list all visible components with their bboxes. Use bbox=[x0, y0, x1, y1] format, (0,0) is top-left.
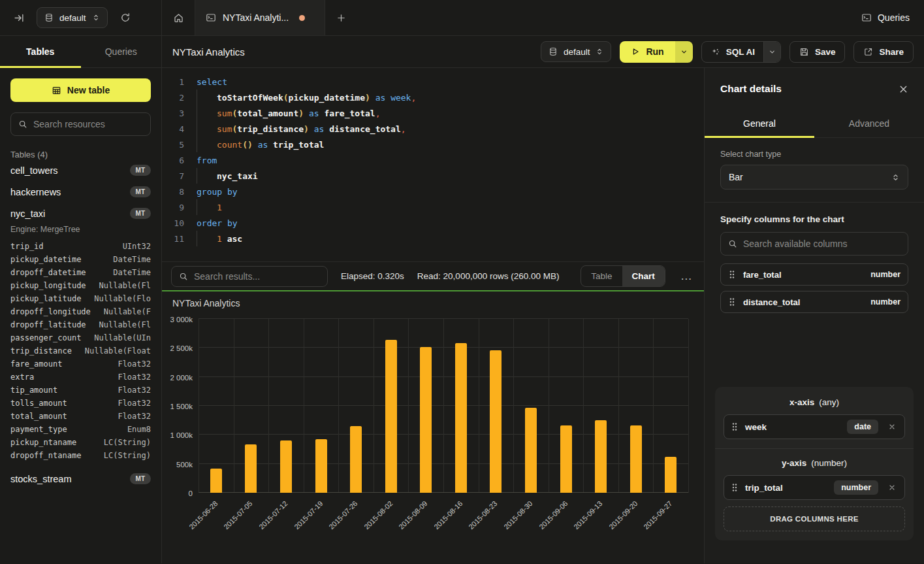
search-resources-input[interactable]: Search resources bbox=[10, 112, 151, 136]
column-type: Enum8 bbox=[127, 425, 151, 434]
sql-ai-label: SQL AI bbox=[726, 47, 755, 57]
elapsed-stat: Elapsed: 0.320s bbox=[341, 271, 404, 281]
sql-editor[interactable]: 1select2toStartOfWeek(pickup_datetime) a… bbox=[162, 68, 704, 261]
drag-handle-icon[interactable] bbox=[728, 270, 736, 279]
close-panel-button[interactable] bbox=[899, 84, 908, 94]
database-icon bbox=[44, 13, 54, 22]
workspace: New table Search resources Tables (4) ce… bbox=[0, 68, 924, 563]
remove-x-axis-column-button[interactable] bbox=[886, 423, 898, 431]
column-type: DateTime bbox=[113, 268, 151, 277]
code-line: 3sum(total_amount) as fare_total, bbox=[162, 105, 704, 121]
resources-sidebar: New table Search resources Tables (4) ce… bbox=[0, 68, 162, 563]
code-line: 111 asc bbox=[162, 231, 704, 246]
toolbar-database-selector[interactable]: default bbox=[541, 41, 612, 62]
axis-mapping-card: x-axis(any) week date y-axis(number) tri bbox=[715, 387, 914, 540]
database-icon bbox=[549, 47, 558, 56]
save-button[interactable]: Save bbox=[789, 41, 846, 63]
chart-title: NYTaxi Analytics bbox=[172, 298, 240, 308]
refresh-button[interactable] bbox=[116, 8, 135, 27]
column-name: pickup_longitude bbox=[10, 281, 86, 290]
available-column-type: number bbox=[870, 270, 900, 279]
view-toggle-table[interactable]: Table bbox=[581, 266, 622, 286]
column-type: Nullable(UIn bbox=[94, 333, 151, 342]
tab-advanced[interactable]: Advanced bbox=[814, 110, 924, 137]
sidebar-tab-queries[interactable]: Queries bbox=[81, 36, 162, 67]
run-options-button[interactable] bbox=[675, 41, 693, 63]
search-columns-input[interactable]: Search available columns bbox=[720, 232, 908, 256]
bar-2015-08-16 bbox=[455, 343, 467, 493]
y-axis-column-chip[interactable]: trip_total number bbox=[724, 475, 905, 500]
columns-section-label: Specify columns for the chart bbox=[720, 214, 908, 224]
tab-nytaxi-analytics[interactable]: NYTaxi Analyti... bbox=[195, 0, 325, 35]
indent-guide bbox=[197, 231, 217, 246]
table-row[interactable]: nyc_taxiMT bbox=[10, 203, 151, 224]
view-toggle-chart[interactable]: Chart bbox=[622, 266, 665, 286]
column-type: Float32 bbox=[118, 386, 151, 395]
indent-guide bbox=[197, 121, 217, 137]
code-token: trip_distance bbox=[237, 124, 304, 134]
y-axis-tick-label: 1 000k bbox=[153, 431, 193, 439]
column-name: dropoff_longitude bbox=[10, 307, 91, 316]
drag-columns-dropzone[interactable]: DRAG COLUMNS HERE bbox=[724, 506, 905, 531]
code-token: nyc_taxi bbox=[217, 171, 258, 181]
code-token: as bbox=[309, 108, 319, 118]
table-row[interactable]: cell_towersMT bbox=[10, 159, 151, 181]
table-column-row: tip_amountFloat32 bbox=[10, 384, 151, 397]
new-table-button[interactable]: New table bbox=[10, 78, 151, 102]
home-tab-button[interactable] bbox=[162, 0, 195, 35]
line-number: 1 bbox=[168, 77, 184, 87]
code-token bbox=[304, 108, 309, 118]
drag-handle-icon[interactable] bbox=[728, 297, 736, 307]
remove-y-axis-column-button[interactable] bbox=[886, 484, 898, 491]
gridline-vertical bbox=[199, 319, 199, 493]
column-name: pickup_ntaname bbox=[10, 438, 76, 447]
run-label: Run bbox=[646, 46, 663, 57]
indent-guide bbox=[197, 199, 217, 215]
table-row[interactable]: stocks_streamMT bbox=[10, 468, 151, 489]
collapse-sidebar-button[interactable] bbox=[9, 8, 29, 27]
column-name: pickup_latitude bbox=[10, 294, 81, 303]
code-line: 4sum(trip_distance) as distance_total, bbox=[162, 121, 704, 137]
chart-details-tabs: General Advanced bbox=[705, 110, 924, 138]
drag-handle-icon[interactable] bbox=[731, 422, 739, 431]
sql-ai-options-button[interactable] bbox=[763, 42, 780, 62]
code-token: total_amount bbox=[237, 108, 298, 118]
table-column-row: trip_distanceNullable(Float bbox=[10, 344, 151, 357]
tab-general[interactable]: General bbox=[705, 110, 814, 137]
queries-button[interactable]: Queries bbox=[861, 0, 924, 35]
sidebar-tab-tables[interactable]: Tables bbox=[0, 36, 81, 67]
database-selector[interactable]: default bbox=[37, 7, 108, 28]
search-icon bbox=[18, 120, 27, 129]
more-options-button[interactable]: ... bbox=[678, 270, 695, 283]
sql-ai-button[interactable]: SQL AI bbox=[702, 42, 763, 62]
save-label: Save bbox=[815, 47, 836, 57]
chart-type-select[interactable]: Bar bbox=[720, 165, 908, 190]
code-token bbox=[319, 108, 325, 118]
table-row[interactable]: hackernewsMT bbox=[10, 181, 151, 203]
share-button[interactable]: Share bbox=[853, 41, 914, 63]
bar-2015-06-28 bbox=[210, 469, 222, 493]
code-token: fare_total bbox=[324, 108, 375, 118]
run-button[interactable]: Run bbox=[620, 41, 675, 63]
y-axis-tick-label: 2 000k bbox=[153, 374, 193, 382]
available-column-name: fare_total bbox=[743, 270, 782, 280]
code-token: 1 bbox=[217, 203, 222, 212]
bar-2015-09-13 bbox=[595, 420, 607, 493]
available-column-chip[interactable]: fare_totalnumber bbox=[720, 263, 908, 286]
table-column-row: total_amountFloat32 bbox=[10, 410, 151, 423]
x-axis-column-chip[interactable]: week date bbox=[724, 414, 905, 439]
code-token: sum bbox=[217, 124, 232, 134]
play-icon bbox=[631, 47, 640, 56]
table-column-row: pickup_latitudeNullable(Flo bbox=[10, 292, 151, 305]
available-column-chip[interactable]: distance_totalnumber bbox=[720, 291, 908, 313]
search-results-input[interactable]: Search results... bbox=[171, 266, 328, 287]
y-axis-column-type: number bbox=[834, 480, 878, 495]
table-column-row: dropoff_longitudeNullable(F bbox=[10, 305, 151, 318]
drag-handle-icon[interactable] bbox=[731, 483, 739, 492]
new-tab-button[interactable] bbox=[325, 0, 357, 35]
save-icon bbox=[799, 47, 809, 57]
code-token: ( bbox=[232, 108, 237, 118]
line-number: 9 bbox=[168, 203, 184, 212]
bar-chart-plot: 0500k1 000k1 500k2 000k2 500k3 000k2015-… bbox=[199, 319, 688, 493]
column-name: extra bbox=[10, 373, 34, 382]
